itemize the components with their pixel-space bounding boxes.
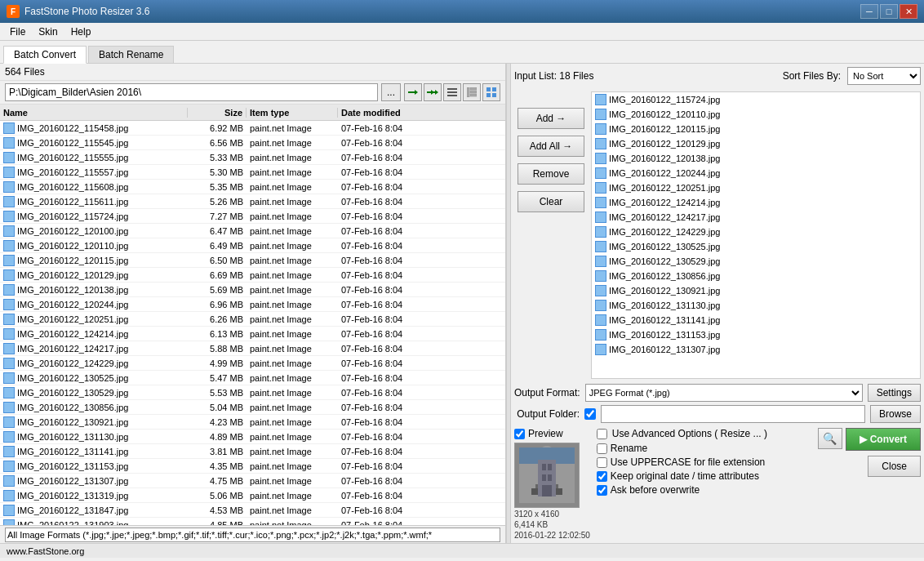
output-folder-input[interactable] <box>601 405 865 423</box>
add-all-button[interactable]: Add All → <box>518 136 584 157</box>
view-list-btn[interactable] <box>443 83 461 101</box>
file-type: paint.net Image <box>247 241 338 251</box>
list-item[interactable]: IMG_20160122_131153.jpg <box>592 327 920 342</box>
browse-path-button[interactable]: ... <box>381 83 401 101</box>
search-button[interactable]: 🔍 <box>818 428 842 449</box>
table-row[interactable]: IMG_20160122_131903.jpg 4.85 MB paint.ne… <box>0 518 505 525</box>
list-item[interactable]: IMG_20160122_120251.jpg <box>592 180 920 195</box>
list-item[interactable]: IMG_20160122_130856.jpg <box>592 269 920 283</box>
table-row[interactable]: IMG_20160122_131319.jpg 5.06 MB paint.ne… <box>0 488 505 503</box>
menu-help[interactable]: Help <box>64 24 98 39</box>
file-date: 07-Feb-16 8:04 <box>338 256 436 265</box>
list-item[interactable]: IMG_20160122_120110.jpg <box>592 107 920 122</box>
sort-select[interactable]: No SortNameDateSize <box>847 67 921 85</box>
menu-skin[interactable]: Skin <box>32 24 64 39</box>
table-row[interactable]: IMG_20160122_130856.jpg 5.04 MB paint.ne… <box>0 400 505 415</box>
table-row[interactable]: IMG_20160122_120129.jpg 6.69 MB paint.ne… <box>0 268 505 283</box>
view-details-btn[interactable] <box>463 83 481 101</box>
list-item[interactable]: IMG_20160122_124229.jpg <box>592 225 920 239</box>
table-row[interactable]: IMG_20160122_115557.jpg 5.30 MB paint.ne… <box>0 165 505 180</box>
menu-file[interactable]: File <box>3 24 32 39</box>
ask-overwrite-checkbox[interactable] <box>597 485 607 496</box>
file-name: IMG_20160122_124229.jpg <box>0 358 188 369</box>
table-row[interactable]: IMG_20160122_115611.jpg 5.26 MB paint.ne… <box>0 194 505 209</box>
restore-button[interactable]: □ <box>880 4 898 19</box>
convert-button[interactable]: ▶ Convert <box>846 428 921 451</box>
table-row[interactable]: IMG_20160122_124214.jpg 6.13 MB paint.ne… <box>0 327 505 341</box>
list-item[interactable]: IMG_20160122_130525.jpg <box>592 239 920 254</box>
table-row[interactable]: IMG_20160122_130525.jpg 5.47 MB paint.ne… <box>0 371 505 385</box>
add-all-icon-btn[interactable] <box>424 83 442 101</box>
col-header-name[interactable]: Name <box>0 108 188 118</box>
list-item[interactable]: IMG_20160122_131130.jpg <box>592 298 920 313</box>
preview-dimensions: 3120 x 4160 <box>514 510 590 519</box>
table-row[interactable]: IMG_20160122_131307.jpg 4.75 MB paint.ne… <box>0 474 505 488</box>
output-folder-checkbox[interactable] <box>584 408 596 420</box>
table-row[interactable]: IMG_20160122_120138.jpg 5.69 MB paint.ne… <box>0 283 505 297</box>
file-type: paint.net Image <box>247 373 338 383</box>
list-item[interactable]: IMG_20160122_120138.jpg <box>592 151 920 166</box>
output-format-select[interactable]: JPEG Format (*.jpg) <box>585 384 863 402</box>
minimize-button[interactable]: ─ <box>860 4 878 19</box>
table-row[interactable]: IMG_20160122_131141.jpg 3.81 MB paint.ne… <box>0 444 505 459</box>
remove-button[interactable]: Remove <box>518 163 584 185</box>
add-to-list-icon-btn[interactable] <box>404 83 422 101</box>
svg-rect-30 <box>542 485 552 496</box>
table-row[interactable]: IMG_20160122_130921.jpg 4.23 MB paint.ne… <box>0 415 505 430</box>
table-row[interactable]: IMG_20160122_115458.jpg 6.92 MB paint.ne… <box>0 121 505 136</box>
table-row[interactable]: IMG_20160122_131153.jpg 4.35 MB paint.ne… <box>0 459 505 474</box>
table-row[interactable]: IMG_20160122_120110.jpg 6.49 MB paint.ne… <box>0 238 505 253</box>
table-row[interactable]: IMG_20160122_120115.jpg 6.50 MB paint.ne… <box>0 253 505 268</box>
list-item[interactable]: IMG_20160122_130921.jpg <box>592 283 920 298</box>
table-row[interactable]: IMG_20160122_120251.jpg 6.26 MB paint.ne… <box>0 312 505 327</box>
list-item[interactable]: IMG_20160122_120129.jpg <box>592 136 920 151</box>
tab-batch-convert[interactable]: Batch Convert <box>3 46 87 64</box>
uppercase-checkbox[interactable] <box>597 457 607 468</box>
svg-rect-16 <box>492 93 496 97</box>
list-item[interactable]: IMG_20160122_131141.jpg <box>592 313 920 327</box>
view-thumbnails-btn[interactable] <box>482 83 500 101</box>
file-size: 5.47 MB <box>188 373 247 383</box>
tab-batch-rename[interactable]: Batch Rename <box>88 46 174 63</box>
list-item[interactable]: IMG_20160122_115724.jpg <box>592 92 920 107</box>
table-row[interactable]: IMG_20160122_115545.jpg 6.56 MB paint.ne… <box>0 136 505 150</box>
preview-checkbox[interactable] <box>514 429 525 439</box>
file-icon <box>3 152 15 163</box>
table-row[interactable]: IMG_20160122_124229.jpg 4.99 MB paint.ne… <box>0 356 505 371</box>
list-item[interactable]: IMG_20160122_131307.jpg <box>592 342 920 357</box>
file-size: 6.13 MB <box>188 329 247 339</box>
table-row[interactable]: IMG_20160122_130529.jpg 5.53 MB paint.ne… <box>0 385 505 400</box>
settings-button[interactable]: Settings <box>868 384 921 402</box>
table-row[interactable]: IMG_20160122_120100.jpg 6.47 MB paint.ne… <box>0 224 505 238</box>
list-item[interactable]: IMG_20160122_130529.jpg <box>592 254 920 269</box>
add-button[interactable]: Add → <box>518 108 584 129</box>
table-row[interactable]: IMG_20160122_124217.jpg 5.88 MB paint.ne… <box>0 341 505 356</box>
list-item[interactable]: IMG_20160122_124214.jpg <box>592 195 920 210</box>
list-item[interactable]: IMG_20160122_120244.jpg <box>592 166 920 180</box>
table-row[interactable]: IMG_20160122_115724.jpg 7.27 MB paint.ne… <box>0 209 505 224</box>
table-row[interactable]: IMG_20160122_131130.jpg 4.89 MB paint.ne… <box>0 430 505 444</box>
svg-rect-7 <box>447 91 457 93</box>
list-item[interactable]: IMG_20160122_124217.jpg <box>592 210 920 225</box>
file-icon <box>595 94 606 105</box>
rename-checkbox[interactable] <box>597 443 607 454</box>
keep-date-checkbox[interactable] <box>597 471 607 482</box>
table-row[interactable]: IMG_20160122_115555.jpg 5.33 MB paint.ne… <box>0 150 505 165</box>
clear-button[interactable]: Clear <box>518 191 584 212</box>
svg-rect-12 <box>470 94 477 96</box>
col-header-size[interactable]: Size <box>188 108 247 118</box>
col-header-type[interactable]: Item type <box>247 108 338 118</box>
advanced-checkbox[interactable] <box>597 429 607 439</box>
list-item[interactable]: IMG_20160122_120115.jpg <box>592 122 920 136</box>
browse-folder-button[interactable]: Browse <box>870 405 921 423</box>
table-row[interactable]: IMG_20160122_115608.jpg 5.35 MB paint.ne… <box>0 180 505 194</box>
table-row[interactable]: IMG_20160122_120244.jpg 6.96 MB paint.ne… <box>0 297 505 312</box>
close-window-button[interactable]: ✕ <box>900 4 917 19</box>
col-header-date[interactable]: Date modified <box>338 108 436 118</box>
file-filter-input[interactable] <box>5 528 500 542</box>
close-button[interactable]: Close <box>868 456 921 477</box>
path-input[interactable] <box>5 83 378 101</box>
sort-label: Sort Files By: <box>783 70 841 82</box>
svg-rect-26 <box>542 464 546 470</box>
table-row[interactable]: IMG_20160122_131847.jpg 4.53 MB paint.ne… <box>0 503 505 518</box>
